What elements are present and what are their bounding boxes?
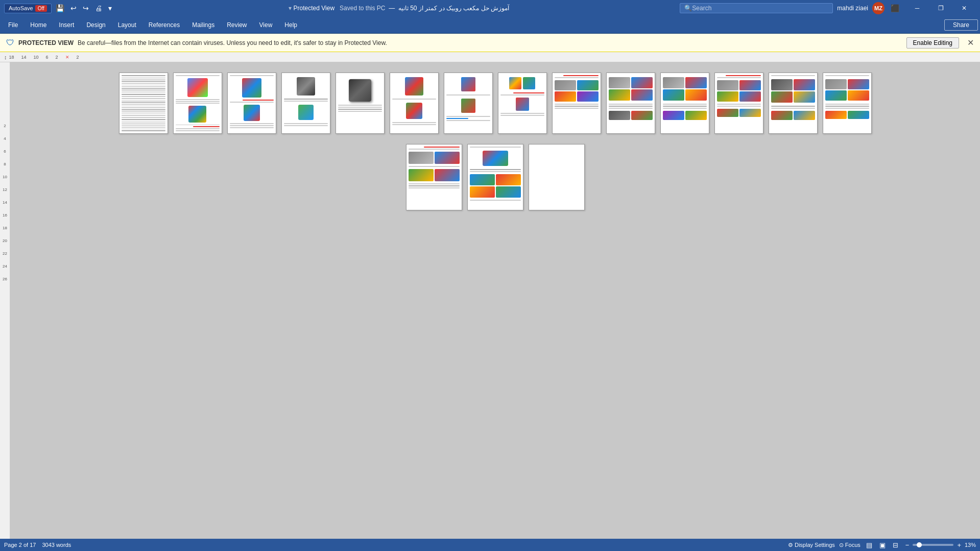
zoom-in-btn[interactable]: +: [955, 541, 963, 549]
page-thumbnail-2[interactable]: [173, 73, 222, 134]
page-thumbnail-7[interactable]: [444, 73, 493, 134]
statusbar: Page 2 of 17 3043 words ⚙ Display Settin…: [0, 539, 980, 551]
user-name: mahdi ziaei: [837, 5, 868, 12]
page-thumbnail-1[interactable]: [119, 73, 168, 134]
menu-mailings[interactable]: Mailings: [186, 19, 221, 31]
display-settings-icon: ⚙: [788, 542, 793, 548]
zoom-out-btn[interactable]: −: [904, 541, 911, 549]
user-section: mahdi ziaei MZ ⬛: [837, 2, 901, 14]
restore-btn[interactable]: ❐: [929, 0, 952, 16]
window-controls: ─ ❐ ✕: [905, 0, 976, 16]
quick-access-toolbar: 💾 ↩ ↪ 🖨 ▾: [54, 3, 114, 13]
menu-file[interactable]: File: [2, 19, 24, 31]
display-settings-button[interactable]: ⚙ Display Settings: [788, 542, 835, 548]
search-input[interactable]: [692, 5, 828, 12]
page-thumbnail-14[interactable]: [823, 73, 872, 134]
save-icon-btn[interactable]: 💾: [54, 3, 66, 13]
vertical-ruler: 2 4 6 8 10 12 14 16 18 20 22 24 26: [0, 62, 10, 539]
menu-home[interactable]: Home: [24, 19, 53, 31]
autosave-toggle[interactable]: AutoSave Off: [4, 4, 52, 13]
minimize-btn[interactable]: ─: [905, 0, 929, 16]
focus-icon: ⊙: [839, 542, 844, 548]
page-thumbnail-6[interactable]: [390, 73, 439, 134]
menubar: File Home Insert Design Layout Reference…: [0, 16, 980, 34]
zoom-thumb: [917, 542, 922, 547]
page-thumbnail-4[interactable]: [281, 73, 330, 134]
undo-btn[interactable]: ↩: [68, 3, 79, 13]
web-layout-btn[interactable]: ▣: [878, 541, 887, 549]
page-row-1: [119, 73, 872, 134]
share-button[interactable]: Share: [944, 19, 978, 31]
page-thumbnail-9[interactable]: [552, 73, 601, 134]
page-thumbnail-13[interactable]: [769, 73, 818, 134]
print-layout-btn[interactable]: ▤: [865, 541, 874, 549]
ribbon-display-btn[interactable]: ⬛: [889, 3, 901, 13]
protected-view-bar: 🛡 PROTECTED VIEW Be careful—files from t…: [0, 34, 980, 52]
menu-help[interactable]: Help: [278, 19, 303, 31]
page-thumbnail-8[interactable]: [498, 73, 547, 134]
protected-view-label: PROTECTED VIEW: [18, 39, 74, 46]
page-thumbnail-3[interactable]: [227, 73, 276, 134]
page-thumbnail-17[interactable]: [529, 144, 585, 210]
pages-container: [119, 73, 872, 210]
zoom-track[interactable]: [913, 544, 953, 546]
redo-btn[interactable]: ↪: [81, 3, 91, 13]
page-thumbnail-15[interactable]: [406, 144, 462, 210]
word-count: 3043 words: [42, 542, 71, 548]
page-info: Page 2 of 17: [4, 542, 36, 548]
search-icon: 🔍: [684, 5, 692, 12]
menu-view[interactable]: View: [253, 19, 279, 31]
document-area: [10, 62, 980, 539]
protected-view-message: Be careful—files from the Internet can c…: [78, 39, 902, 46]
ruler-indicator: ↕: [4, 54, 7, 60]
focus-label: Focus: [845, 542, 861, 548]
enable-editing-button[interactable]: Enable Editing: [906, 37, 959, 49]
display-settings-label: Display Settings: [795, 542, 835, 548]
document-title: آموزش حل مکعب روبیک در کمتر از 50 ثانیه …: [118, 5, 680, 12]
print-btn[interactable]: 🖨: [93, 3, 104, 13]
menu-insert[interactable]: Insert: [53, 19, 80, 31]
status-right: ⚙ Display Settings ⊙ Focus ▤ ▣ ⊟ − + 13%: [788, 541, 976, 549]
user-avatar[interactable]: MZ: [872, 2, 885, 14]
page-row-2: [406, 144, 585, 210]
autosave-label: AutoSave: [9, 5, 33, 11]
zoom-percent: 13%: [965, 542, 976, 548]
status-left: Page 2 of 17 3043 words: [4, 542, 71, 548]
customize-btn[interactable]: ▾: [106, 3, 114, 13]
page-thumbnail-11[interactable]: [660, 73, 709, 134]
focus-button[interactable]: ⊙ Focus: [839, 542, 861, 548]
menu-layout[interactable]: Layout: [112, 19, 142, 31]
close-protected-view-btn[interactable]: ✕: [967, 38, 974, 47]
page-thumbnail-5[interactable]: [336, 73, 385, 134]
page-thumbnail-10[interactable]: [606, 73, 655, 134]
titlebar: AutoSave Off 💾 ↩ ↪ 🖨 ▾ آموزش حل مکعب روب…: [0, 0, 980, 16]
ruler-numbers: 18 14 10 6 2 ✕ 2: [9, 55, 79, 60]
autosave-state: Off: [35, 5, 47, 12]
protected-view-icon: 🛡: [6, 38, 14, 47]
read-mode-btn[interactable]: ⊟: [891, 541, 900, 549]
menu-references[interactable]: References: [142, 19, 186, 31]
search-box[interactable]: 🔍: [680, 3, 833, 13]
main-content: 2 4 6 8 10 12 14 16 18 20 22 24 26: [0, 62, 980, 539]
zoom-slider[interactable]: − + 13%: [904, 541, 976, 549]
close-btn[interactable]: ✕: [952, 0, 976, 16]
menu-design[interactable]: Design: [80, 19, 111, 31]
horizontal-ruler: ↕ 18 14 10 6 2 ✕ 2: [0, 52, 980, 62]
page-thumbnail-16[interactable]: [467, 144, 523, 210]
menu-review[interactable]: Review: [221, 19, 253, 31]
page-thumbnail-12[interactable]: [714, 73, 763, 134]
